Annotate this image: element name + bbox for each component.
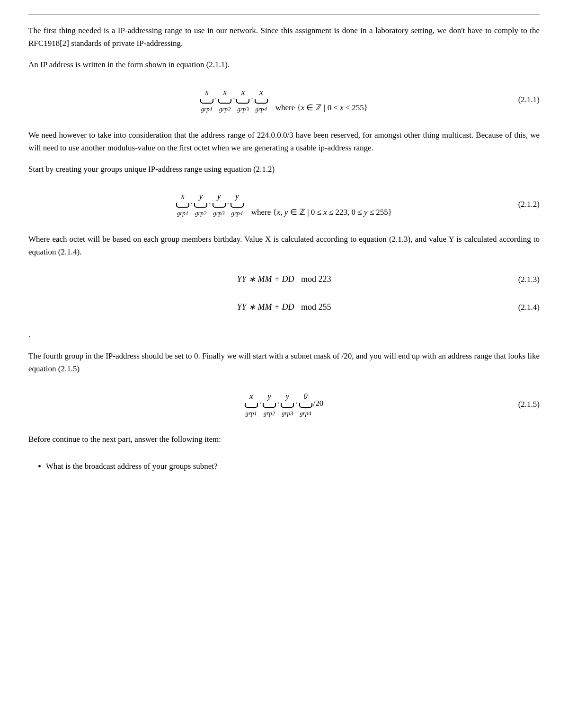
eq213-mod: mod 223 [301, 274, 331, 284]
bullet-item-1: • What is the broadcast address of your … [38, 460, 540, 473]
eq212-number: (2.1.2) [518, 198, 540, 211]
eq212-grp2: y grp2 [194, 190, 207, 219]
eq214-mod: mod 255 [301, 302, 331, 312]
lone-dot: . [28, 328, 540, 341]
paragraph-2: An IP address is written in the form sho… [28, 58, 540, 71]
paragraph-6: The fourth group in the IP-address shoul… [28, 350, 540, 375]
paragraph-3: We need however to take into considerati… [28, 129, 540, 154]
equation-215: x grp1 · y grp2 · y grp3 · 0 grp4 /20 (2… [28, 390, 540, 419]
eq215-suffix: /20 [313, 397, 324, 418]
eq211-grp2: x grp2 [218, 86, 231, 114]
eq215-grp4: 0 grp4 [299, 390, 312, 419]
eq213-formula: YY ∗ MM + DD mod 223 [237, 272, 331, 286]
equation-213: YY ∗ MM + DD mod 223 (2.1.3) [28, 272, 540, 286]
eq213-number: (2.1.3) [518, 273, 540, 286]
equation-212: x grp1 · y grp2 · y grp3 · y grp4 where … [28, 190, 540, 219]
bullet-list: • What is the broadcast address of your … [28, 460, 540, 473]
equation-211: x grp1 · x grp2 · x grp3 · x grp4 where … [28, 86, 540, 114]
top-rule [28, 14, 540, 15]
eq211-number: (2.1.1) [518, 93, 540, 106]
eq211-grp3: x grp3 [236, 86, 249, 114]
eq211-grp1: x grp1 [200, 86, 213, 114]
eq212-grp3: y grp3 [213, 190, 226, 219]
bullet-dot: • [38, 460, 41, 473]
eq215-grp1: x grp1 [245, 390, 258, 419]
eq215-grp2: y grp2 [263, 390, 276, 419]
eq212-grp4: y grp4 [231, 190, 244, 219]
paragraph-1: The first thing needed is a IP-addressin… [28, 24, 540, 50]
eq214-number: (2.1.4) [518, 301, 540, 314]
eq214-formula: YY ∗ MM + DD mod 255 [237, 300, 331, 314]
paragraph-4: Start by creating your groups unique IP-… [28, 163, 540, 175]
eq211-grp4: x grp4 [255, 86, 268, 114]
paragraph-7: Before continue to the next part, answer… [28, 433, 540, 446]
eq215-grp3: y grp3 [281, 390, 294, 419]
eq212-grp1: x grp1 [176, 190, 189, 219]
eq215-number: (2.1.5) [518, 398, 540, 411]
equation-214: YY ∗ MM + DD mod 255 (2.1.4) [28, 300, 540, 314]
paragraph-5: Where each octet will be based on each g… [28, 233, 540, 258]
bullet-item-1-text: What is the broadcast address of your gr… [46, 460, 218, 473]
